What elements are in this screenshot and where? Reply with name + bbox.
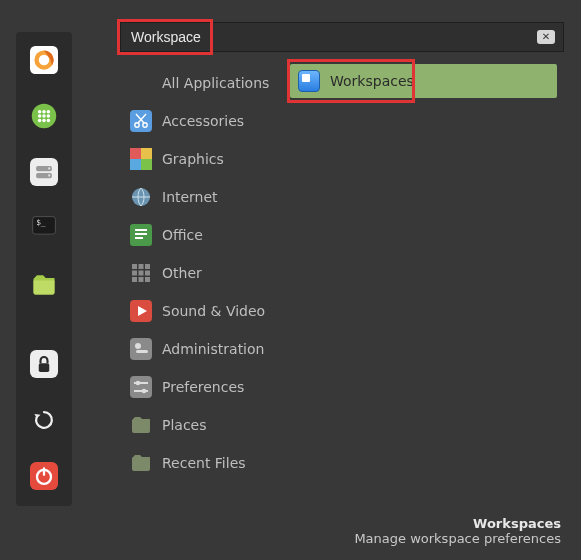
- svg-point-12: [47, 119, 51, 123]
- svg-rect-52: [130, 376, 152, 398]
- result-label: Workspaces: [330, 73, 414, 89]
- phone-icon[interactable]: [28, 100, 60, 132]
- favorites-group-bottom: [28, 348, 60, 492]
- category-places[interactable]: Places: [124, 406, 284, 444]
- svg-rect-40: [139, 264, 144, 269]
- svg-rect-13: [30, 158, 58, 186]
- category-office[interactable]: Office: [124, 216, 284, 254]
- svg-rect-31: [141, 148, 152, 159]
- svg-rect-46: [139, 277, 144, 282]
- svg-rect-44: [145, 271, 150, 276]
- folder-icon: [130, 414, 152, 436]
- svg-rect-37: [135, 233, 147, 235]
- status-footer: Workspaces Manage workspace preferences: [354, 516, 561, 546]
- graphics-icon: [130, 148, 152, 170]
- workspaces-icon: [298, 70, 320, 92]
- disks-icon[interactable]: [28, 156, 60, 188]
- svg-point-17: [48, 174, 50, 176]
- svg-point-56: [142, 389, 147, 394]
- svg-rect-38: [135, 237, 143, 239]
- category-label: Places: [162, 417, 207, 433]
- result-workspaces[interactable]: Workspaces: [290, 64, 557, 98]
- svg-point-7: [38, 114, 42, 118]
- svg-point-2: [39, 55, 50, 66]
- svg-point-11: [42, 119, 46, 123]
- svg-rect-23: [30, 406, 58, 434]
- category-label: Office: [162, 227, 203, 243]
- category-label: Administration: [162, 341, 264, 357]
- favorites-panel: $_: [16, 32, 72, 506]
- svg-point-8: [42, 114, 46, 118]
- play-icon: [130, 300, 152, 322]
- svg-rect-32: [130, 159, 141, 170]
- terminal-icon[interactable]: $_: [28, 212, 60, 244]
- preferences-icon: [130, 376, 152, 398]
- category-accessories[interactable]: Accessories: [124, 102, 284, 140]
- category-label: Accessories: [162, 113, 244, 129]
- svg-rect-45: [132, 277, 137, 282]
- category-label: Recent Files: [162, 455, 246, 471]
- svg-rect-26: [43, 467, 45, 476]
- favorites-group-top: $_: [28, 44, 60, 300]
- svg-point-5: [42, 110, 46, 114]
- svg-rect-51: [136, 350, 148, 353]
- categories-list: All Applications Accessories Graphics In…: [124, 64, 284, 482]
- files-icon[interactable]: [28, 268, 60, 300]
- other-icon: [130, 262, 152, 284]
- category-label: Other: [162, 265, 202, 281]
- category-label: All Applications: [162, 75, 269, 91]
- svg-text:$_: $_: [36, 218, 46, 227]
- svg-rect-47: [145, 277, 150, 282]
- firefox-icon[interactable]: [28, 44, 60, 76]
- category-label: Preferences: [162, 379, 244, 395]
- category-other[interactable]: Other: [124, 254, 284, 292]
- category-administration[interactable]: Administration: [124, 330, 284, 368]
- scissors-icon: [130, 110, 152, 132]
- category-sound-video[interactable]: Sound & Video: [124, 292, 284, 330]
- svg-point-10: [38, 119, 42, 123]
- lock-icon[interactable]: [28, 348, 60, 380]
- shutdown-icon[interactable]: [28, 460, 60, 492]
- category-recent-files[interactable]: Recent Files: [124, 444, 284, 482]
- svg-rect-36: [135, 229, 147, 231]
- svg-point-50: [135, 343, 141, 349]
- svg-rect-22: [39, 363, 50, 372]
- category-all-applications[interactable]: All Applications: [124, 64, 284, 102]
- category-internet[interactable]: Internet: [124, 178, 284, 216]
- svg-point-16: [48, 167, 50, 169]
- search-input[interactable]: [121, 29, 537, 45]
- svg-rect-30: [130, 148, 141, 159]
- category-label: Graphics: [162, 151, 224, 167]
- footer-title: Workspaces: [354, 516, 561, 531]
- clear-search-icon[interactable]: ✕: [537, 30, 555, 44]
- update-icon[interactable]: [28, 404, 60, 436]
- folder-icon: [130, 452, 152, 474]
- svg-point-55: [136, 381, 141, 386]
- svg-rect-41: [145, 264, 150, 269]
- category-label: Sound & Video: [162, 303, 265, 319]
- category-label: Internet: [162, 189, 218, 205]
- category-preferences[interactable]: Preferences: [124, 368, 284, 406]
- svg-rect-33: [141, 159, 152, 170]
- office-icon: [130, 224, 152, 246]
- category-graphics[interactable]: Graphics: [124, 140, 284, 178]
- results-list: Workspaces: [290, 64, 557, 98]
- admin-icon: [130, 338, 152, 360]
- search-row: ✕: [120, 22, 564, 52]
- svg-rect-49: [130, 338, 152, 360]
- svg-rect-42: [132, 271, 137, 276]
- svg-point-4: [38, 110, 42, 114]
- svg-point-9: [47, 114, 51, 118]
- svg-point-6: [47, 110, 51, 114]
- svg-rect-39: [132, 264, 137, 269]
- svg-rect-43: [139, 271, 144, 276]
- internet-icon: [130, 186, 152, 208]
- footer-subtitle: Manage workspace preferences: [354, 531, 561, 546]
- svg-rect-27: [130, 110, 152, 132]
